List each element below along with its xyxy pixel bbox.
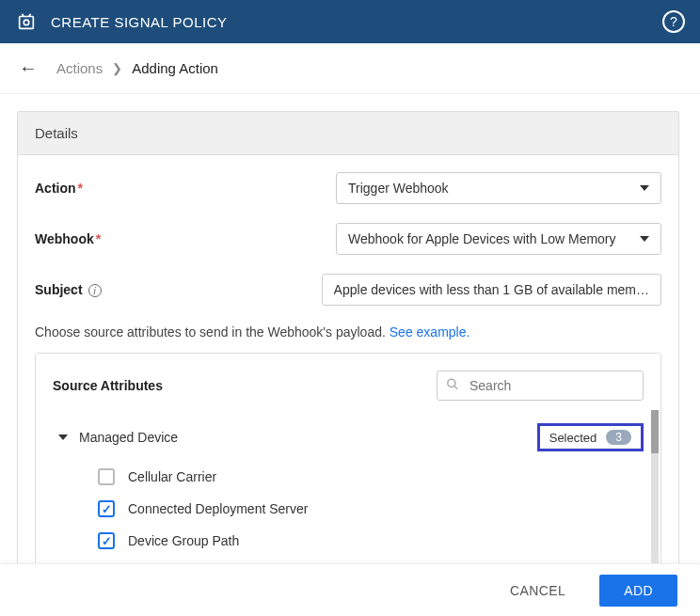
checkbox[interactable] <box>98 468 115 485</box>
subject-field[interactable]: Apple devices with less than 1 GB of ava… <box>322 274 661 306</box>
details-panel: Details Action* Trigger Webhook <box>17 111 679 563</box>
group-managed-device[interactable]: Managed Device <box>58 430 178 445</box>
attr-item-connected-deployment-server: Connected Deployment Server <box>53 493 644 525</box>
top-bar: CREATE SIGNAL POLICY ? <box>0 0 700 43</box>
help-icon[interactable]: ? <box>662 10 685 33</box>
checkbox[interactable] <box>98 532 115 549</box>
cancel-button[interactable]: CANCEL <box>485 575 590 607</box>
webhook-label: Webhook* <box>35 231 336 246</box>
page-title: CREATE SIGNAL POLICY <box>51 14 662 30</box>
breadcrumb-current: Adding Action <box>132 60 218 76</box>
inner-scrollbar[interactable] <box>651 410 659 563</box>
chevron-down-icon <box>640 185 649 191</box>
chevron-down-icon <box>640 236 649 242</box>
chevron-right-icon: ❯ <box>112 61 122 75</box>
svg-point-2 <box>448 379 455 387</box>
chevron-down-icon <box>58 434 68 440</box>
see-example-link[interactable]: See example. <box>390 324 470 340</box>
source-attributes-panel: Source Attributes Managed Device <box>35 353 661 563</box>
scrollbar-thumb[interactable] <box>651 410 659 453</box>
webhook-select[interactable]: Webhook for Apple Devices with Low Memor… <box>336 223 661 255</box>
footer: CANCEL ADD <box>0 563 700 616</box>
svg-point-1 <box>24 20 29 25</box>
search-input[interactable] <box>437 371 644 401</box>
info-icon[interactable]: i <box>88 284 102 297</box>
svg-line-3 <box>454 386 458 389</box>
action-label: Action* <box>35 181 336 196</box>
panel-header: Details <box>18 112 678 155</box>
checkbox[interactable] <box>98 500 115 517</box>
helper-text: Choose source attributes to send in the … <box>35 324 661 340</box>
policy-icon <box>15 10 38 33</box>
search-icon <box>446 378 459 394</box>
breadcrumb-prev[interactable]: Actions <box>56 60 103 76</box>
selected-badge: Selected 3 <box>537 423 644 451</box>
content-scroll[interactable]: Details Action* Trigger Webhook <box>8 111 692 563</box>
attr-item-device-id: Device ID <box>53 557 644 563</box>
selected-count: 3 <box>606 430 631 445</box>
svg-rect-0 <box>20 17 34 29</box>
attr-item-device-group-path: Device Group Path <box>53 525 644 557</box>
subject-label: Subjecti <box>35 282 322 297</box>
source-attributes-title: Source Attributes <box>53 378 163 393</box>
attr-item-cellular-carrier: Cellular Carrier <box>53 461 644 493</box>
breadcrumb: ← Actions ❯ Adding Action <box>0 43 700 94</box>
add-button[interactable]: ADD <box>599 575 677 607</box>
action-select[interactable]: Trigger Webhook <box>336 172 661 204</box>
back-arrow-icon[interactable]: ← <box>19 57 38 79</box>
